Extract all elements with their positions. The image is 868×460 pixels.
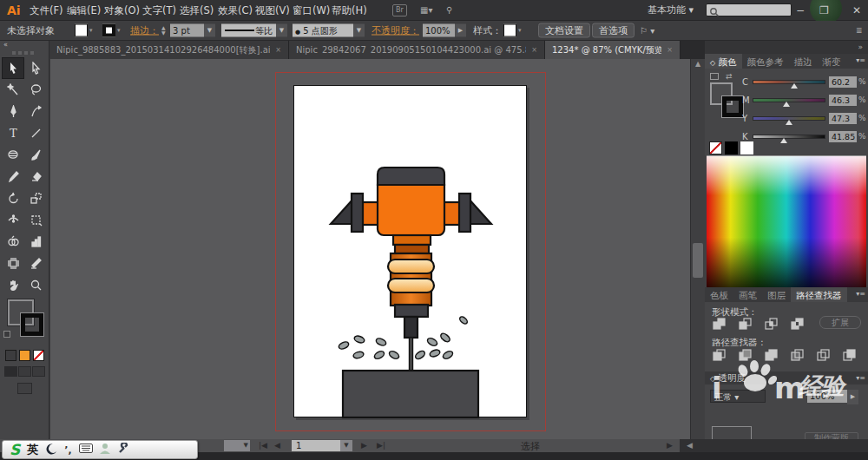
gpu-performance-icon[interactable]: ⚲	[446, 0, 452, 21]
cyan-slider[interactable]	[753, 80, 825, 84]
variable-width-profile[interactable]: 等比	[221, 24, 276, 37]
scroll-right-icon[interactable]: ▶	[667, 441, 673, 450]
intersect-button[interactable]	[764, 318, 779, 333]
stroke-weight-dropdown[interactable]: ▼	[204, 24, 215, 37]
preferences-button[interactable]: 首选项	[592, 23, 635, 38]
merge-button[interactable]	[764, 349, 779, 365]
fill-stroke-proxy[interactable]	[0, 298, 49, 346]
next-artboard-icon[interactable]: ▶	[361, 441, 367, 450]
tool-scale[interactable]	[24, 187, 47, 209]
tab-swatches[interactable]: 色板	[705, 287, 733, 302]
collapse-panels-icon[interactable]: »	[705, 41, 868, 54]
stroke-stepper[interactable]: ▲▼	[161, 25, 166, 36]
minus-front-button[interactable]	[738, 318, 753, 333]
tab-layers[interactable]: 图层	[762, 287, 791, 302]
ime-language-toggle[interactable]: 英	[27, 442, 38, 457]
stroke-dropdown-icon[interactable]: ▾	[117, 27, 121, 34]
document-setup-button[interactable]: 文档设置	[538, 23, 590, 38]
tool-pencil[interactable]	[2, 166, 24, 187]
profile-dropdown[interactable]: ▼	[276, 24, 287, 37]
document-tab[interactable]: Nipic_29842067_20190905150104423000.ai @…	[289, 41, 545, 59]
yellow-value[interactable]: 47.3	[829, 113, 857, 124]
black-value[interactable]: 41.85	[829, 131, 857, 142]
yellow-slider[interactable]	[753, 116, 825, 121]
workspace-switcher[interactable]: 基本功能 ▾	[648, 0, 694, 21]
tool-magic-wand[interactable]	[2, 79, 24, 101]
panel-menu-icon[interactable]: ▾≡	[856, 374, 865, 382]
artboard-dropdown[interactable]: ▼	[340, 440, 352, 451]
swap-fill-stroke-icon[interactable]: ⇄	[726, 72, 733, 81]
artboard-number-box[interactable]: 1	[292, 440, 340, 451]
tool-column-graph[interactable]	[24, 231, 47, 253]
tool-slice[interactable]	[24, 253, 47, 274]
transparency-opacity-value[interactable]: 100%	[807, 390, 847, 403]
layout-switcher-icon[interactable]: ▦▾	[420, 0, 432, 21]
document-tab-active[interactable]: 1234* @ 87% (CMYK/预览)×	[545, 41, 681, 59]
tab-color[interactable]: ◇ 颜色	[705, 54, 742, 69]
panel-menu-icon[interactable]: ▾≡	[856, 56, 865, 64]
none-swatch[interactable]	[709, 141, 722, 154]
collapse-tools-icon[interactable]: «	[0, 41, 49, 49]
fill-color-swatch[interactable]	[75, 24, 88, 37]
tab-brushes[interactable]: 画笔	[733, 287, 762, 302]
tab-stroke[interactable]: 描边	[789, 54, 818, 69]
close-tab-icon[interactable]: ×	[667, 46, 673, 54]
tool-free-transform[interactable]	[24, 209, 47, 231]
fill-dropdown-icon[interactable]: ▾	[89, 27, 93, 34]
gradient-mode-button[interactable]	[19, 350, 30, 361]
opacity-value[interactable]: 100%	[423, 24, 455, 37]
close-button[interactable]: ✕	[852, 0, 861, 21]
exclude-button[interactable]	[790, 318, 806, 333]
tool-line-segment[interactable]	[24, 122, 47, 144]
tool-paintbrush[interactable]	[24, 144, 47, 166]
make-mask-button[interactable]: 制作蒙版	[805, 432, 858, 439]
canvas-area[interactable]	[50, 59, 690, 439]
blend-mode-dropdown[interactable]: 正常 ▾	[710, 390, 766, 403]
brush-dropdown[interactable]: ▼	[353, 24, 365, 37]
user-icon[interactable]	[100, 443, 110, 457]
style-dropdown-icon[interactable]: ▾	[518, 27, 522, 34]
wrench-icon[interactable]	[117, 443, 129, 457]
tool-shaper[interactable]	[2, 144, 24, 166]
last-artboard-icon[interactable]: ▶|	[377, 441, 385, 450]
prev-artboard-icon[interactable]: ◀	[274, 441, 280, 450]
sogou-logo[interactable]: S	[10, 441, 20, 458]
punctuation-icon[interactable]: ’,	[64, 444, 71, 456]
ime-toolbar[interactable]: S 英 ’,	[2, 440, 198, 459]
stroke-color-swatch[interactable]	[102, 24, 115, 37]
menu-file[interactable]: 文件(F)	[30, 0, 63, 21]
keyboard-icon[interactable]	[79, 444, 93, 456]
tool-curvature[interactable]	[24, 101, 47, 122]
outline-button[interactable]	[816, 349, 832, 365]
transparency-opacity-dropdown[interactable]: ▶	[847, 390, 858, 404]
color-spectrum[interactable]	[707, 155, 866, 287]
opacity-dropdown[interactable]: ▶	[455, 24, 466, 37]
menu-select[interactable]: 选择(S)	[180, 0, 214, 21]
moon-icon[interactable]	[45, 443, 57, 457]
close-tab-icon[interactable]: ×	[275, 46, 281, 54]
color-mode-button[interactable]	[5, 350, 16, 361]
magenta-slider[interactable]	[753, 98, 825, 102]
document-tab[interactable]: Nipic_9885883_20150314102926484000[转换].a…	[49, 41, 289, 59]
white-swatch[interactable]	[740, 141, 753, 154]
style-swatch[interactable]	[503, 24, 516, 37]
opacity-panel-link[interactable]: 不透明度：	[372, 24, 419, 37]
transparency-panel-header[interactable]: ◇ 透明度 ▾≡	[705, 371, 868, 384]
tool-rotate[interactable]	[2, 187, 24, 209]
menu-effect[interactable]: 效果(C)	[218, 0, 253, 21]
trim-button[interactable]	[738, 349, 753, 365]
search-input[interactable]	[706, 3, 792, 16]
tool-direct-selection[interactable]	[24, 57, 47, 79]
first-artboard-icon[interactable]: |◀	[259, 441, 267, 450]
none-mode-button[interactable]	[33, 350, 44, 361]
bridge-icon[interactable]: Br	[392, 4, 407, 16]
artboard[interactable]	[293, 85, 527, 417]
tool-eraser[interactable]	[24, 166, 47, 187]
selection-tools-icon[interactable]: ⚐ ▾	[640, 26, 654, 36]
stroke-proxy[interactable]	[21, 313, 43, 336]
menu-window[interactable]: 窗口(W)	[293, 0, 330, 21]
default-fill-stroke-icon[interactable]	[3, 331, 10, 338]
control-panel-menu-icon[interactable]: ≣	[856, 26, 863, 35]
tab-color-guide[interactable]: 颜色参考	[742, 54, 789, 69]
draw-behind-button[interactable]	[18, 366, 31, 377]
